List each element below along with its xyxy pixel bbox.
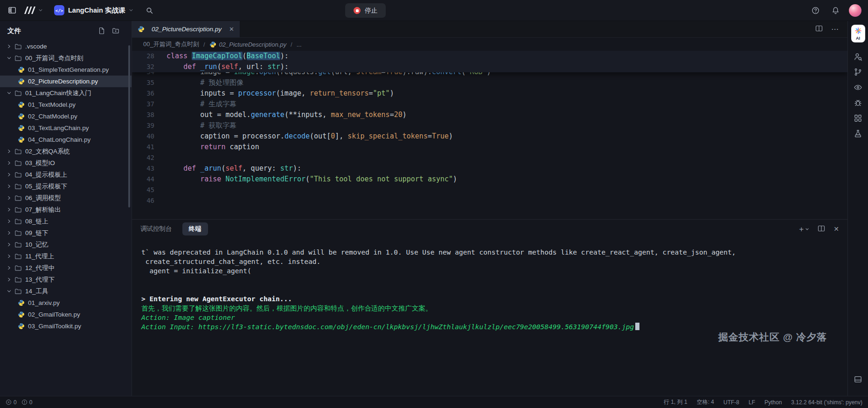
tree-file[interactable]: 02_ChatModel.py xyxy=(0,111,132,122)
close-panel-icon[interactable]: ✕ xyxy=(833,225,839,233)
statusbar-item[interactable]: Python xyxy=(764,399,782,406)
folder-icon xyxy=(14,276,22,284)
python-icon xyxy=(18,66,25,73)
tree-folder[interactable]: 13_代理下 xyxy=(0,274,132,285)
split-editor-icon[interactable] xyxy=(815,25,823,34)
editor-tab[interactable]: 02_PictureDescription.py ✕ xyxy=(132,21,240,37)
terminal-line: t` was deprecated in LangChain 0.1.0 and… xyxy=(141,248,838,257)
code-editor[interactable]: 34 image = Image.open(requests.get(url, … xyxy=(132,51,847,219)
brand-logo[interactable] xyxy=(23,6,43,14)
bell-icon[interactable] xyxy=(829,4,842,17)
debug-bug-icon[interactable] xyxy=(852,97,864,109)
code-line: 44 raise NotImplementedError("This tool … xyxy=(132,174,847,185)
tree-folder[interactable]: 14_工具 xyxy=(0,285,132,297)
user-search-icon[interactable] xyxy=(852,50,864,62)
project-switcher[interactable]: </> LangChain 实战课 xyxy=(54,5,133,15)
code-line: 41 return caption xyxy=(132,142,847,152)
tree-file[interactable]: 03_TextLangChain.py xyxy=(0,122,132,134)
breadcrumb-item[interactable]: 02_PictureDescription.py xyxy=(209,41,287,48)
right-activity-bar: AI xyxy=(847,21,868,396)
tree-folder[interactable]: 00_开篇词_奇点时刻 xyxy=(0,52,132,64)
sticky-scroll: 28class ImageCapTool(BaseTool):32 def _r… xyxy=(132,51,847,72)
folder-icon xyxy=(14,194,22,202)
tab-terminal[interactable]: 终端 xyxy=(182,222,208,235)
python-icon xyxy=(18,78,25,85)
file-label: 02_ChatModel.py xyxy=(28,113,77,120)
tree-folder[interactable]: 10_记忆 xyxy=(0,239,132,250)
folder-icon xyxy=(14,148,22,155)
tab-debug-console[interactable]: 调试控制台 xyxy=(140,225,172,233)
folder-icon xyxy=(14,171,22,179)
new-folder-icon[interactable] xyxy=(112,27,119,35)
git-branch-icon[interactable] xyxy=(852,66,864,78)
chevron-down-icon xyxy=(129,7,133,14)
tree-folder[interactable]: 05_提示模板下 xyxy=(0,180,132,192)
folder-label: 02_文档QA系统 xyxy=(25,147,70,156)
folder-icon xyxy=(14,288,22,295)
eye-watch-icon[interactable] xyxy=(852,81,864,93)
problems-indicator[interactable]: 0 0 xyxy=(6,399,35,406)
split-terminal-icon[interactable] xyxy=(818,225,825,234)
tree-folder[interactable]: .vscode xyxy=(0,41,132,52)
tree-file[interactable]: 01_SimpleTextGeneration.py xyxy=(0,64,132,76)
tree-file[interactable]: 04_ChatLongChain.py xyxy=(0,134,132,145)
statusbar-item[interactable]: 空格: 4 xyxy=(697,398,714,406)
extensions-grid-icon[interactable] xyxy=(852,112,864,124)
ai-label: AI xyxy=(856,36,860,41)
panel-bottom-icon[interactable] xyxy=(852,373,864,385)
folder-label: 08_链上 xyxy=(25,217,49,226)
terminal-panel: 调试控制台 终端 + ✕ t` was deprecated in LangCh… xyxy=(132,219,847,396)
statusbar-item[interactable]: 行 1, 列 1 xyxy=(664,398,687,406)
new-file-icon[interactable] xyxy=(98,27,105,35)
terminal-line: Action: Image captioner xyxy=(141,313,838,322)
ai-assistant-icon[interactable]: AI xyxy=(851,25,865,42)
tree-file[interactable]: 02_GmailToken.py xyxy=(0,309,132,320)
statusbar-item[interactable]: 3.12.2 64-bit ('shims': pyenv) xyxy=(791,399,862,406)
breadcrumb-item[interactable]: ... xyxy=(297,41,302,48)
tree-folder[interactable]: 02_文档QA系统 xyxy=(0,145,132,157)
stop-button[interactable]: 停止 xyxy=(345,3,386,18)
chevron-down-icon xyxy=(38,7,43,14)
tree-folder[interactable]: 08_链上 xyxy=(0,215,132,227)
tab-bar: 02_PictureDescription.py ✕ ⋯ xyxy=(132,21,847,38)
tree-file[interactable]: 03_GmailToolkit.py xyxy=(0,320,132,332)
python-icon xyxy=(18,101,25,108)
statusbar-item[interactable]: UTF-8 xyxy=(723,399,739,406)
folder-label: 04_提示模板上 xyxy=(25,171,67,179)
terminal-output[interactable]: t` was deprecated in LangChain 0.1.0 and… xyxy=(132,238,847,332)
tree-folder[interactable]: 07_解析输出 xyxy=(0,204,132,215)
tree-folder[interactable]: 01_LangChain快速入门 xyxy=(0,87,132,99)
avatar[interactable] xyxy=(849,4,861,17)
terminal-line: Action Input: https://lf3-static.bytedns… xyxy=(141,322,838,332)
terminal-line xyxy=(141,276,838,285)
chevron-right-icon xyxy=(7,242,14,247)
tree-folder[interactable]: 04_提示模板上 xyxy=(0,169,132,180)
tree-folder[interactable]: 06_调用模型 xyxy=(0,192,132,204)
tree-folder[interactable]: 03_模型IO xyxy=(0,157,132,169)
tree-folder[interactable]: 09_链下 xyxy=(0,227,132,239)
folder-icon xyxy=(14,253,22,260)
ai-star-icon xyxy=(854,27,862,36)
stop-label: 停止 xyxy=(365,7,377,15)
layout-toggle-icon[interactable] xyxy=(6,4,19,17)
chevron-right-icon xyxy=(7,160,14,166)
tree-file[interactable]: 02_PictureDescription.py xyxy=(0,76,132,87)
folder-label: 12_代理中 xyxy=(25,264,55,272)
breadcrumb-item[interactable]: 00_开篇词_奇点时刻 xyxy=(143,40,199,48)
tree-file[interactable]: 01_TextModel.py xyxy=(0,99,132,111)
tree-file[interactable]: 01_arxiv.py xyxy=(0,297,132,309)
chevron-down-icon xyxy=(7,289,14,294)
tree-folder[interactable]: 12_代理中 xyxy=(0,262,132,274)
python-icon xyxy=(18,299,25,306)
tree-folder[interactable]: 11_代理上 xyxy=(0,250,132,262)
test-flask-icon[interactable] xyxy=(852,127,864,139)
search-icon[interactable] xyxy=(143,4,156,17)
new-terminal-button[interactable]: + xyxy=(799,225,809,233)
help-icon[interactable] xyxy=(809,4,822,17)
more-actions-icon[interactable]: ⋯ xyxy=(831,25,839,34)
close-tab-icon[interactable]: ✕ xyxy=(229,26,234,33)
sidebar-scrollbar[interactable] xyxy=(128,45,130,207)
file-label: 04_ChatLongChain.py xyxy=(28,136,90,143)
statusbar-item[interactable]: LF xyxy=(749,399,755,406)
editor-area: 02_PictureDescription.py ✕ ⋯ 00_开篇词_奇点时刻… xyxy=(132,21,847,396)
